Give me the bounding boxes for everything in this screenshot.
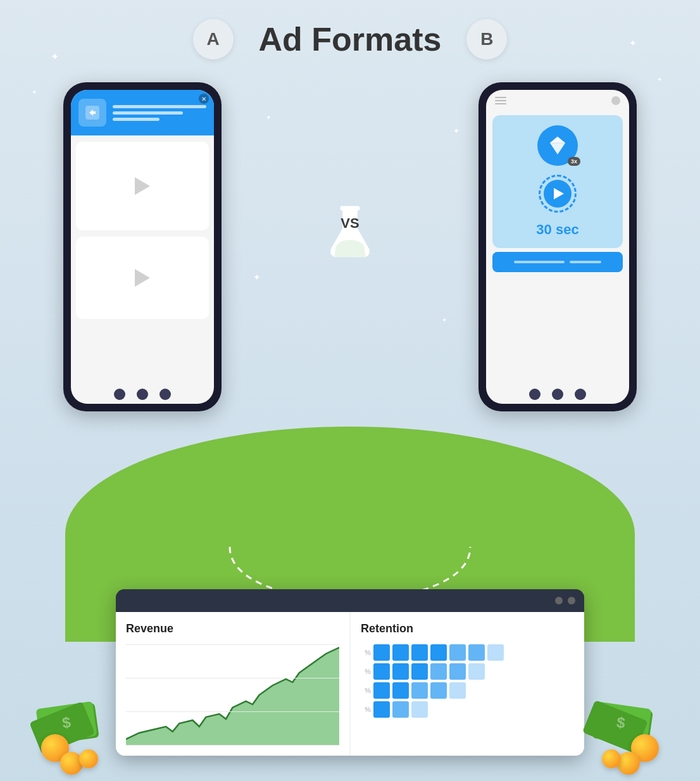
- star-decoration: ✦: [657, 76, 662, 83]
- coin: [617, 752, 640, 775]
- ad-card-1: [76, 142, 209, 230]
- phone-a: ✕: [63, 82, 222, 411]
- ret-cell: [468, 663, 485, 680]
- play-icon-2: [135, 269, 150, 287]
- topbar-circle: [611, 96, 620, 105]
- ad-line-3: [113, 118, 159, 121]
- revenue-title: Revenue: [126, 622, 339, 635]
- ad-line-2: [113, 111, 183, 115]
- flask-icon: [322, 203, 378, 266]
- nav-dot: [137, 389, 148, 400]
- retention-row-4: %: [361, 701, 574, 718]
- star-decoration: ✦: [32, 89, 37, 96]
- nav-dot: [529, 389, 541, 400]
- money-decoration-left: [38, 705, 108, 756]
- retention-row-1: %: [361, 644, 574, 661]
- phone-b-nav: [529, 389, 586, 400]
- ret-cell: [411, 644, 428, 661]
- chart-grid: [126, 644, 339, 746]
- money-decoration-right: [592, 705, 662, 756]
- menu-icon: [495, 97, 506, 104]
- window-dot: [568, 597, 575, 604]
- ret-cell: [430, 644, 447, 661]
- ret-cell: [449, 663, 466, 680]
- nav-dot: [159, 389, 171, 400]
- revenue-chart: [126, 644, 339, 746]
- grid-line: [126, 644, 339, 645]
- ret-cell: [449, 682, 466, 699]
- phone-a-nav: [114, 389, 171, 400]
- diamond-badge: 3x: [537, 125, 578, 166]
- close-btn[interactable]: ✕: [199, 94, 209, 104]
- money-stack-container: [38, 705, 108, 756]
- ret-cell: [373, 644, 390, 661]
- retention-row-2: %: [361, 663, 574, 680]
- watch-button[interactable]: [539, 175, 577, 213]
- ret-cell: [487, 644, 504, 661]
- revenue-panel: Revenue: [116, 612, 349, 756]
- pct-label: %: [361, 706, 371, 713]
- ad-line-1: [113, 105, 206, 108]
- pct-label: %: [361, 687, 371, 694]
- ret-cell: [373, 682, 390, 699]
- money-stack-container: [592, 705, 662, 756]
- ret-cell: [468, 644, 485, 661]
- nav-dot: [552, 389, 563, 400]
- reward-line: [570, 261, 601, 263]
- rewarded-card: 3x 30 sec: [492, 115, 623, 248]
- menu-line: [495, 103, 506, 104]
- play-icon-1: [135, 177, 150, 195]
- ret-cell: [487, 663, 504, 680]
- badge-b: B: [466, 19, 507, 59]
- ret-cell: [411, 701, 428, 718]
- multiplier-badge: 3x: [568, 157, 580, 166]
- ret-cell: [373, 701, 390, 718]
- retention-title: Retention: [361, 622, 574, 635]
- ret-cell: [430, 682, 447, 699]
- ret-cell: [411, 663, 428, 680]
- phone-b-screen: 3x 30 sec: [486, 90, 629, 404]
- grid-line: [126, 678, 339, 678]
- banner-ad-header: ✕: [71, 90, 214, 135]
- header: A Ad Formats B: [0, 19, 700, 59]
- star-decoration: ✦: [453, 127, 459, 135]
- reward-line: [514, 261, 565, 263]
- vs-text: VS: [341, 215, 359, 232]
- ad-icon-box: [78, 99, 106, 127]
- svg-marker-2: [550, 137, 565, 143]
- ret-cell: [373, 663, 390, 680]
- dashboard: Revenue Retention: [116, 589, 584, 756]
- ret-cell: [411, 682, 428, 699]
- ret-cell: [468, 701, 485, 718]
- star-decoration: ✦: [253, 272, 261, 282]
- retention-panel: Retention % %: [351, 612, 584, 756]
- retention-row-3: %: [361, 682, 574, 699]
- ret-cell: [468, 682, 485, 699]
- coin: [602, 749, 621, 768]
- ret-cell: [449, 701, 466, 718]
- dashboard-titlebar: [116, 589, 584, 612]
- ret-cell: [487, 701, 504, 718]
- retention-grid: % %: [361, 644, 574, 718]
- phone-b-topbar: [486, 90, 629, 111]
- ret-cell: [392, 644, 409, 661]
- ret-cell: [392, 682, 409, 699]
- coin: [79, 749, 98, 768]
- nav-dot: [114, 389, 125, 400]
- timer-text: 30 sec: [536, 222, 578, 238]
- pct-label: %: [361, 668, 371, 675]
- phone-a-frame: ✕: [63, 82, 222, 411]
- ret-cell: [430, 701, 447, 718]
- play-icon-b: [554, 188, 564, 199]
- pct-label: %: [361, 649, 371, 656]
- nav-dot: [575, 389, 586, 400]
- grid-line: [126, 745, 339, 746]
- vs-flask: VS: [322, 203, 378, 232]
- ret-cell: [392, 663, 409, 680]
- badge-a: A: [193, 19, 234, 59]
- star-decoration: ✦: [442, 316, 447, 323]
- ret-cell: [487, 682, 504, 699]
- ret-cell: [392, 701, 409, 718]
- ad-card-2: [76, 237, 209, 319]
- svg-rect-6: [341, 206, 360, 210]
